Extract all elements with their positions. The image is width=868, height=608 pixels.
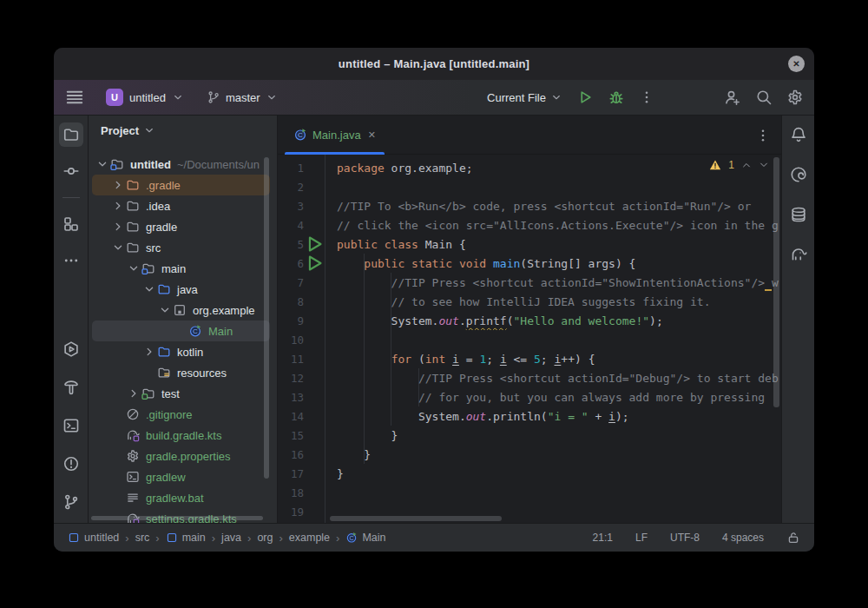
tree-item-test[interactable]: test xyxy=(89,383,270,404)
chevron-down-icon[interactable] xyxy=(111,241,125,254)
tree-item-untitled[interactable]: untitled~/Documents/un xyxy=(89,154,270,175)
inspections-widget[interactable]: 1 xyxy=(709,159,769,171)
line-number: 19 xyxy=(278,506,304,519)
chevron-right-icon[interactable] xyxy=(111,178,125,192)
chevron-right-icon[interactable] xyxy=(127,387,141,400)
build-hammer-button[interactable] xyxy=(59,375,83,400)
chevron-down-icon[interactable] xyxy=(127,261,141,275)
tree-item-resources[interactable]: resources xyxy=(89,362,270,383)
notifications-bell-button[interactable] xyxy=(786,122,811,147)
breadcrumb-main[interactable]: CMain xyxy=(345,532,385,544)
chevron-right-icon[interactable] xyxy=(142,345,156,359)
commit-button[interactable] xyxy=(59,159,83,183)
more-horizontal-button[interactable] xyxy=(59,248,83,273)
chevron-right-icon[interactable] xyxy=(111,220,125,234)
tree-item-java[interactable]: java xyxy=(89,279,270,300)
tab-options-button[interactable] xyxy=(755,128,771,143)
breadcrumb-untitled[interactable]: untitled xyxy=(68,532,119,544)
caret-position[interactable]: 21:1 xyxy=(593,532,613,544)
tree-item-gitignore[interactable]: .gitignore xyxy=(89,404,270,425)
tree-item-gradlew-bat[interactable]: gradlew.bat xyxy=(89,487,270,508)
terminal-button[interactable] xyxy=(59,413,83,438)
search-everywhere-button[interactable] xyxy=(755,89,773,106)
run-line-icon[interactable] xyxy=(304,258,325,268)
breadcrumb-org[interactable]: org xyxy=(257,532,273,544)
tree-item-main[interactable]: CMain xyxy=(92,321,270,341)
editor-scrollbar-vertical[interactable] xyxy=(773,157,779,407)
indent-style[interactable]: 4 spaces xyxy=(722,532,764,544)
chevron-down-icon[interactable] xyxy=(158,303,172,317)
services-button[interactable] xyxy=(59,337,83,361)
window-close-button[interactable]: ✕ xyxy=(788,56,805,72)
tree-indent-spacer xyxy=(111,491,125,505)
line-number: 3 xyxy=(278,200,304,213)
folder-icon xyxy=(125,240,141,255)
breadcrumb-example[interactable]: example xyxy=(289,532,330,544)
line-number: 7 xyxy=(278,276,304,289)
more-actions-button[interactable] xyxy=(639,89,654,105)
terminal-icon xyxy=(62,417,80,434)
tree-item-src[interactable]: src xyxy=(89,237,270,258)
chevron-right-icon[interactable] xyxy=(111,199,125,213)
chevron-down-icon[interactable] xyxy=(95,157,109,171)
code-line-5: 5public class Main { xyxy=(278,235,781,254)
project-scrollbar-vertical[interactable] xyxy=(264,157,269,479)
line-separator[interactable]: LF xyxy=(635,532,648,544)
run-button[interactable] xyxy=(576,89,594,106)
tree-item-gradlew[interactable]: gradlew xyxy=(89,466,270,487)
tree-item-gradle-properties[interactable]: gradle.properties xyxy=(89,446,270,466)
chevron-up-icon[interactable] xyxy=(741,160,752,170)
database-button[interactable] xyxy=(786,202,811,227)
code-line-15: 15 } xyxy=(278,426,781,445)
code-line-20: 20 xyxy=(278,521,781,523)
code-text: // for you, but you can always add more … xyxy=(325,391,765,404)
breadcrumb-main[interactable]: main xyxy=(166,532,206,544)
tree-item-label: gradle.properties xyxy=(146,450,231,463)
project-folder-button[interactable] xyxy=(59,122,83,147)
tree-item-label: Main xyxy=(208,325,233,338)
folder-orange-icon xyxy=(125,177,141,193)
vcs-branch-widget[interactable]: master xyxy=(207,90,278,104)
tab-main-java[interactable]: C Main.java ✕ xyxy=(285,116,385,154)
unlocked-icon[interactable] xyxy=(786,531,800,545)
ignore-icon xyxy=(125,406,141,422)
tree-item-kotlin[interactable]: kotlin xyxy=(89,341,270,362)
project-scrollbar-horizontal[interactable] xyxy=(91,516,263,520)
settings-button[interactable] xyxy=(786,89,804,106)
project-widget[interactable]: U untitled xyxy=(106,89,184,106)
tree-item-gradle[interactable]: gradle xyxy=(89,216,270,237)
chevron-down-icon xyxy=(266,91,278,103)
tree-item-main[interactable]: main xyxy=(89,258,270,279)
chevron-down-icon[interactable] xyxy=(759,160,769,170)
chevron-down-icon[interactable] xyxy=(142,282,156,296)
line-number: 6 xyxy=(278,257,304,270)
structure-button[interactable] xyxy=(59,212,83,236)
run-line-icon[interactable] xyxy=(304,239,325,249)
main-menu-icon[interactable] xyxy=(64,87,85,108)
tree-item-build-gradle-kts[interactable]: build.gradle.kts xyxy=(89,425,270,446)
tree-item-idea[interactable]: .idea xyxy=(89,195,270,216)
breadcrumb-java[interactable]: java xyxy=(221,532,241,544)
file-encoding[interactable]: UTF-8 xyxy=(670,532,700,544)
tree-item-gradle[interactable]: .gradle xyxy=(92,175,270,195)
code-with-me-button[interactable] xyxy=(724,89,741,106)
tree-item-label: resources xyxy=(177,367,227,380)
problems-button[interactable] xyxy=(59,452,83,476)
debug-button[interactable] xyxy=(608,89,625,106)
tab-close-icon[interactable]: ✕ xyxy=(368,129,376,141)
tree-item-org-example[interactable]: org.example xyxy=(89,300,270,321)
code-editor[interactable]: 1package org.example;23//TIP To <b>Run</… xyxy=(278,155,781,523)
line-number: 5 xyxy=(278,238,304,251)
toolbar-right-group: Current File xyxy=(487,89,804,106)
gradle-elephant-button[interactable] xyxy=(786,242,811,267)
ai-assistant-button[interactable] xyxy=(786,162,811,187)
run-configuration-selector[interactable]: Current File xyxy=(487,91,562,104)
code-text: // to see how IntelliJ IDEA suggests fix… xyxy=(325,295,710,308)
svg-text:C: C xyxy=(350,535,354,541)
version-control-button[interactable] xyxy=(59,490,83,514)
project-panel-header[interactable]: Project xyxy=(89,116,277,145)
breadcrumb-src[interactable]: src xyxy=(135,532,150,544)
tree-item-label: kotlin xyxy=(177,346,203,359)
editor-scrollbar-horizontal[interactable] xyxy=(330,516,502,521)
editor-tab-bar: C Main.java ✕ xyxy=(278,116,781,155)
